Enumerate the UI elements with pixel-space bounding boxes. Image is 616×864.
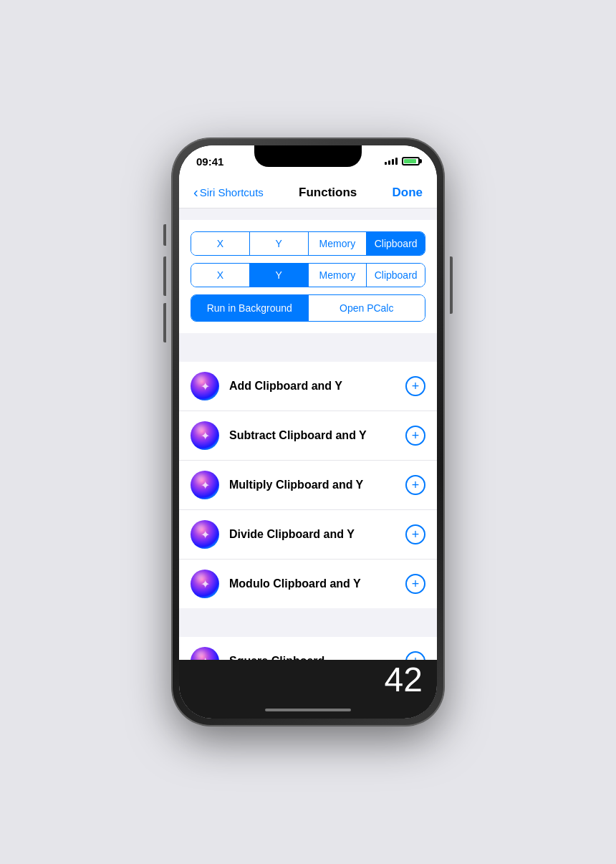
add-button-4[interactable]: + [405,574,425,594]
add-button-3[interactable]: + [405,524,425,544]
seg-btn-y-row1[interactable]: Y [250,232,309,255]
seg-btn-clipboard-row1[interactable]: Clipboard [367,232,425,255]
add-button-2[interactable]: + [405,475,425,495]
list-item[interactable]: Square Clipboard + [179,637,437,660]
open-pcalc-btn[interactable]: Open PCalc [309,295,425,321]
seg-btn-x-row2[interactable]: X [191,264,250,287]
siri-shortcut-icon [191,471,219,499]
power-button[interactable] [450,256,453,314]
battery-icon [402,157,420,165]
list-item[interactable]: Subtract Clipboard and Y + [179,411,437,461]
home-indicator[interactable] [265,709,351,711]
siri-shortcut-icon [191,520,219,549]
seg-btn-clipboard-row2[interactable]: Clipboard [367,264,425,287]
item-label: Square Clipboard [229,655,405,660]
status-bar: 09:41 [179,145,437,177]
item-label: Subtract Clipboard and Y [229,429,405,442]
navigation-bar: ‹ Siri Shortcuts Functions Done [179,177,437,208]
list-item[interactable]: Multiply Clipboard and Y + [179,461,437,510]
seg-btn-memory-row1[interactable]: Memory [309,232,367,255]
siri-shortcut-icon [191,421,219,450]
bottom-bar: 42 [179,660,437,719]
top-spacer [179,208,437,220]
back-button[interactable]: ‹ Siri Shortcuts [193,184,264,201]
add-button-1[interactable]: + [405,426,425,446]
list-section-power: Square Clipboard + Square Root Clipboard… [179,637,437,660]
item-label: Divide Clipboard and Y [229,528,405,541]
list-item[interactable]: Add Clipboard and Y + [179,362,437,411]
status-time: 09:41 [196,155,223,168]
item-label: Multiply Clipboard and Y [229,479,405,491]
section-divider-2 [179,608,437,623]
page-number: 42 [385,663,423,697]
item-label: Modulo Clipboard and Y [229,577,405,590]
volume-up-button[interactable] [163,256,166,296]
section-divider-1 [179,333,437,347]
signal-icon [385,158,398,165]
add-button-5[interactable]: + [405,651,425,660]
page-title: Functions [299,186,357,200]
notch [254,145,362,167]
back-label[interactable]: Siri Shortcuts [200,186,264,198]
siri-shortcut-icon [191,372,219,400]
controls-section: X Y Memory Clipboard X Y Memory Clipboar… [179,220,437,333]
list-item[interactable]: Modulo Clipboard and Y + [179,560,437,608]
segmented-control-row1[interactable]: X Y Memory Clipboard [191,231,425,256]
done-button[interactable]: Done [393,186,423,200]
status-icons [385,157,420,165]
volume-down-button[interactable] [163,303,166,342]
siri-shortcut-icon [191,647,219,660]
siri-shortcut-icon [191,570,219,598]
ios-screen: 09:41 ‹ Siri Shortcuts [179,145,437,719]
item-label: Add Clipboard and Y [229,380,405,393]
mute-button[interactable] [163,224,166,246]
action-control[interactable]: Run in Background Open PCalc [191,294,425,322]
add-button-0[interactable]: + [405,376,425,396]
seg-btn-x-row1[interactable]: X [191,232,250,255]
phone-device: 09:41 ‹ Siri Shortcuts [172,138,444,726]
list-item[interactable]: Divide Clipboard and Y + [179,510,437,560]
seg-btn-y-row2[interactable]: Y [250,264,309,287]
seg-btn-memory-row2[interactable]: Memory [309,264,367,287]
run-background-btn[interactable]: Run in Background [191,295,309,321]
phone-screen: 09:41 ‹ Siri Shortcuts [179,145,437,719]
segmented-control-row2[interactable]: X Y Memory Clipboard [191,263,425,287]
chevron-left-icon: ‹ [193,184,198,201]
scroll-area[interactable]: X Y Memory Clipboard X Y Memory Clipboar… [179,208,437,660]
list-section-arithmetic: Add Clipboard and Y + Subtract Clipboard… [179,362,437,608]
